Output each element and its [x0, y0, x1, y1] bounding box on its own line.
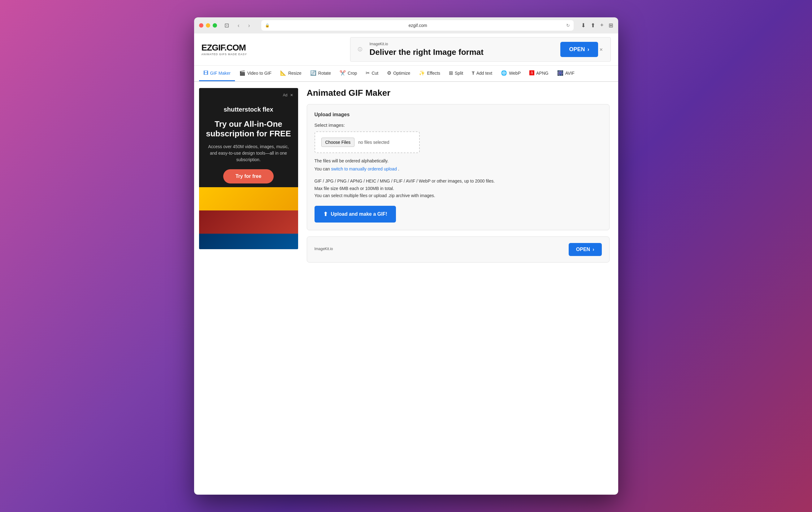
toolbar-actions: ⬇ ⬆ + ⊞: [581, 22, 613, 29]
ad-provider: ImageKit.io: [370, 42, 554, 46]
nav-label-crop: Crop: [348, 71, 357, 76]
file-types-line1: GIF / JPG / PNG / APNG / HEIC / MNG / FL…: [315, 178, 602, 185]
refresh-button[interactable]: ↻: [566, 23, 570, 28]
bottom-ad: ImageKit.io OPEN ›: [307, 237, 610, 263]
order-switch-text: You can switch to manually ordered uploa…: [315, 165, 602, 172]
main-layout: Ad ✕ shutterstock flex Try our All-in-On…: [194, 82, 618, 495]
maximize-window-button[interactable]: [213, 23, 217, 28]
nav-item-gif-maker[interactable]: 🎞 GIF Maker: [199, 66, 235, 81]
webp-icon: 🌐: [501, 70, 507, 76]
nav-label-webp: WebP: [509, 71, 521, 76]
ad-open-arrow: ›: [587, 46, 589, 53]
upload-card: Upload images Select images: Choose File…: [307, 104, 610, 230]
logo-subtitle: ANIMATED GIFS MADE EASY: [202, 53, 263, 56]
site-logo: EZGIF.COM: [202, 44, 263, 52]
sidebar-ad-cta-button[interactable]: Try for free: [223, 169, 274, 184]
traffic-lights: [199, 23, 217, 28]
upload-btn-label: Upload and make a GIF!: [331, 211, 387, 217]
apng-icon: 🅰: [529, 70, 534, 76]
nav-item-crop[interactable]: ✂️ Crop: [335, 66, 361, 81]
avif-icon: 🎆: [557, 70, 563, 76]
top-ad-banner: EZGIF.COM ANIMATED GIFS MADE EASY ⓘ Imag…: [194, 33, 618, 66]
nav-label-video-to-gif: Video to GIF: [248, 71, 271, 76]
sidebar-ad-image-middle: [199, 211, 298, 234]
grid-icon[interactable]: ⊞: [609, 22, 613, 29]
nav-label-avif: AVIF: [565, 71, 575, 76]
nav-item-split[interactable]: ⊞ Split: [444, 66, 467, 81]
nav-label-apng: APNG: [536, 71, 549, 76]
back-button[interactable]: ‹: [234, 21, 243, 30]
sidebar-ad-close-icon[interactable]: ✕: [290, 93, 293, 97]
file-types-text: GIF / JPG / PNG / APNG / HEIC / MNG / FL…: [315, 178, 602, 199]
video-to-gif-icon: 🎬: [239, 70, 245, 76]
file-input-box: Choose Files no files selected: [315, 131, 420, 153]
nav-label-cut: Cut: [372, 71, 378, 76]
nav-item-webp[interactable]: 🌐 WebP: [497, 66, 525, 81]
sidebar-ad: Ad ✕ shutterstock flex Try our All-in-On…: [199, 88, 298, 249]
cut-icon: ✂: [366, 70, 370, 76]
sidebar-ad-top: Ad ✕: [199, 88, 298, 102]
nav-buttons: ‹ ›: [234, 21, 254, 30]
nav-label-effects: Effects: [427, 71, 440, 76]
nav-item-optimize[interactable]: ⚙ Optimize: [383, 66, 414, 81]
nav-item-add-text[interactable]: T Add text: [467, 66, 497, 81]
download-icon[interactable]: ⬇: [581, 22, 586, 29]
sidebar-ad-label: Ad: [283, 93, 288, 97]
order-text-3: .: [398, 166, 399, 171]
file-types-line3: You can select multiple files or upload …: [315, 192, 602, 199]
sidebar-toggle-button[interactable]: ⊡: [225, 22, 229, 29]
close-window-button[interactable]: [199, 23, 203, 28]
forward-button[interactable]: ›: [244, 21, 254, 30]
sidebar-ad-body: Access over 450M videos, images, music, …: [199, 141, 298, 165]
nav-item-video-to-gif[interactable]: 🎬 Video to GIF: [235, 66, 276, 81]
nav-bar: 🎞 GIF Maker 🎬 Video to GIF 📐 Resize 🔄 Ro…: [194, 66, 618, 82]
nav-label-rotate: Rotate: [318, 71, 331, 76]
bottom-ad-open-label: OPEN: [576, 247, 590, 252]
switch-to-manual-link[interactable]: switch to manually ordered upload: [331, 166, 397, 171]
ad-info-icon[interactable]: ⓘ: [358, 47, 362, 52]
optimize-icon: ⚙: [387, 70, 391, 76]
nav-item-avif[interactable]: 🎆 AVIF: [553, 66, 579, 81]
resize-icon: 📐: [280, 70, 286, 76]
content-area: Animated GIF Maker Upload images Select …: [298, 88, 618, 488]
share-icon[interactable]: ⬆: [591, 22, 595, 29]
nav-label-optimize: Optimize: [393, 71, 410, 76]
order-text: The files will be ordered alphabetically…: [315, 157, 602, 164]
split-icon: ⊞: [449, 70, 453, 76]
choose-files-button[interactable]: Choose Files: [321, 138, 355, 147]
order-text-2: You can: [315, 166, 330, 171]
file-types-line2: Max file size 6MB each or 100MB in total…: [315, 185, 602, 192]
bottom-ad-open-button[interactable]: OPEN ›: [569, 243, 602, 256]
minimize-window-button[interactable]: [206, 23, 210, 28]
bottom-ad-info: ImageKit.io: [315, 247, 562, 252]
ad-info: ImageKit.io Deliver the right Image form…: [370, 42, 554, 57]
ad-close-icon[interactable]: ✕: [599, 47, 603, 52]
no-files-text: no files selected: [358, 140, 389, 145]
ad-open-button[interactable]: OPEN ›: [560, 42, 598, 57]
gif-maker-icon: 🎞: [203, 70, 208, 76]
order-text-1: The files will be ordered alphabetically…: [315, 158, 388, 163]
select-label: Select images:: [315, 123, 602, 128]
nav-item-effects[interactable]: ✨ Effects: [414, 66, 444, 81]
sidebar-ad-close: Ad ✕: [283, 93, 293, 97]
upload-card-title: Upload images: [315, 112, 602, 117]
nav-item-cut[interactable]: ✂ Cut: [361, 66, 383, 81]
upload-make-gif-button[interactable]: ⬆ Upload and make a GIF!: [315, 206, 396, 222]
nav-item-resize[interactable]: 📐 Resize: [276, 66, 306, 81]
logo-area: EZGIF.COM ANIMATED GIFS MADE EASY: [202, 44, 263, 56]
sidebar-ad-image-top: [199, 187, 298, 211]
nav-item-apng[interactable]: 🅰 APNG: [525, 66, 553, 81]
crop-icon: ✂️: [340, 70, 346, 76]
address-bar[interactable]: 🔒 ezgif.com ↻: [261, 20, 574, 31]
title-bar: ⊡ ‹ › 🔒 ezgif.com ↻ ⬇ ⬆ + ⊞: [194, 17, 618, 33]
lock-icon: 🔒: [265, 23, 270, 28]
nav-label-add-text: Add text: [476, 71, 492, 76]
rotate-icon: 🔄: [310, 70, 316, 76]
top-ad-block: ⓘ ImageKit.io Deliver the right Image fo…: [350, 37, 611, 62]
upload-icon: ⬆: [323, 211, 328, 218]
effects-icon: ✨: [419, 70, 425, 76]
nav-item-rotate[interactable]: 🔄 Rotate: [306, 66, 335, 81]
page-title: Animated GIF Maker: [307, 88, 610, 98]
new-tab-icon[interactable]: +: [600, 22, 604, 29]
ad-open-label: OPEN: [569, 46, 585, 53]
